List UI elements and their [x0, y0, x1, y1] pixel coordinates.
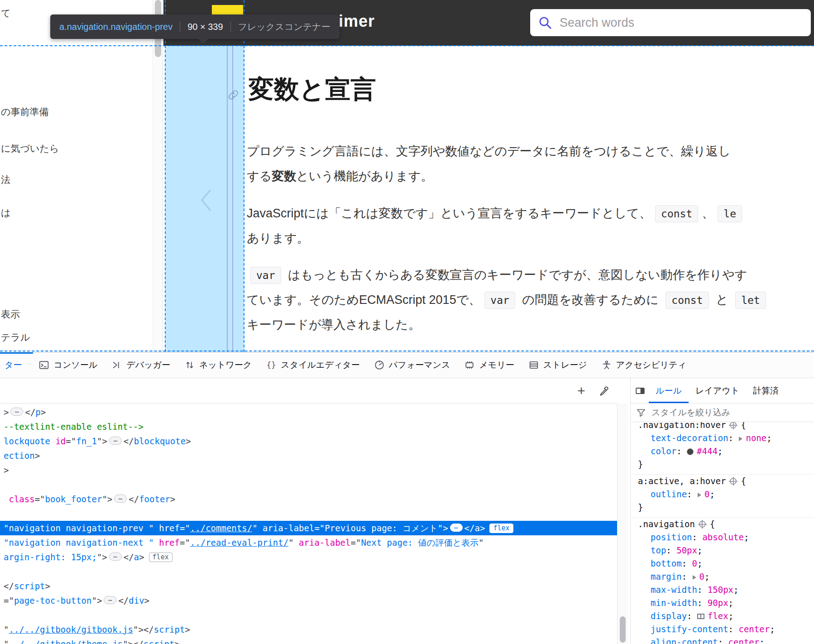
syntax-token: </: [144, 625, 154, 634]
property-value: 150px: [708, 585, 733, 595]
markup-line[interactable]: class="book_footer"></footer>: [0, 492, 617, 506]
css-rule: .navigation{position: absolute;top: 50px…: [631, 517, 814, 644]
anchor-link-icon[interactable]: [227, 89, 239, 101]
markup-line[interactable]: [0, 477, 617, 492]
css-declaration[interactable]: min-width: 90px;: [631, 596, 814, 610]
syntax-token: </: [129, 494, 139, 504]
css-declaration[interactable]: bottom: 0;: [631, 557, 814, 570]
markup-line[interactable]: ection>: [0, 448, 617, 463]
markup-line[interactable]: [0, 564, 617, 579]
markup-line[interactable]: ></p>: [0, 405, 617, 419]
scrollbar-thumb[interactable]: [620, 616, 626, 643]
css-declaration[interactable]: display: flex;: [631, 610, 814, 623]
active-tool-indicator: [0, 352, 33, 354]
tab-rules[interactable]: ルール: [649, 378, 689, 403]
sidebar-item[interactable]: は: [1, 207, 11, 219]
sidebar-item[interactable]: に気づいたら: [1, 143, 59, 154]
color-swatch[interactable]: [687, 448, 694, 455]
markup-line[interactable]: "navigation navigation-prev " href="../c…: [0, 521, 617, 535]
selector-highlighter-icon[interactable]: [730, 478, 737, 485]
markup-line[interactable]: [0, 506, 617, 521]
tool-tab-debugger[interactable]: デバッガー: [105, 352, 177, 378]
selector-highlighter-icon[interactable]: [730, 422, 737, 428]
syntax-token: </: [25, 407, 35, 417]
css-declaration[interactable]: text-decoration: none;: [631, 432, 814, 445]
property-value: #444: [697, 446, 718, 456]
expand-ellipsis-icon[interactable]: [109, 437, 122, 445]
inline-code: const: [666, 292, 709, 309]
rule-selector[interactable]: .navigation:hover{: [631, 422, 814, 432]
css-declaration[interactable]: justify-content: center;: [631, 623, 814, 636]
selector-highlighter-icon[interactable]: [699, 521, 706, 528]
add-node-button[interactable]: [571, 382, 592, 400]
flex-badge[interactable]: flex: [489, 524, 513, 533]
syntax-token: blockquote: [134, 436, 186, 446]
flex-highlighter-icon[interactable]: [697, 614, 704, 619]
markup-line[interactable]: --textlint-enable eslint-->: [0, 419, 617, 434]
inspector-guide-vertical: [165, 0, 166, 352]
markup-scrollbar[interactable]: [617, 404, 628, 644]
markup-line[interactable]: "navigation navigation-next " href="../r…: [0, 535, 617, 550]
prev-page-arrow-icon[interactable]: [199, 188, 213, 212]
tool-tab-memory[interactable]: メモリー: [457, 352, 521, 378]
tool-tab-accessibility[interactable]: アクセシビリティ: [594, 352, 694, 378]
style-filter-input[interactable]: スタイルを絞り込み: [631, 404, 814, 422]
sidebar-toggle-icon[interactable]: [635, 386, 645, 396]
rule-selector[interactable]: .navigation{: [631, 518, 814, 531]
css-declaration[interactable]: margin: 0;: [631, 570, 814, 583]
sidebar-item[interactable]: テラル: [1, 332, 30, 343]
computed-expander-icon[interactable]: [698, 493, 701, 497]
markup-line[interactable]: lockquote id="fn_1"></blockquote>: [0, 434, 617, 448]
sidebar-item[interactable]: 法: [1, 174, 10, 186]
markup-line[interactable]: "../../gitbook/theme.js"></script>: [0, 637, 617, 644]
tool-tab-storage[interactable]: ストレージ: [522, 352, 594, 378]
text-run: はもっとも古くからある変数宣言のキーワードですが、意図しない動作を作りやす: [285, 268, 747, 282]
markup-line[interactable]: argin-right: 15px;"></a>flex: [0, 550, 617, 564]
expand-ellipsis-icon[interactable]: [10, 408, 23, 416]
style-editor-icon: {}: [266, 360, 276, 370]
syntax-token: ">: [102, 494, 112, 504]
css-declaration[interactable]: position: absolute;: [631, 531, 814, 544]
expand-ellipsis-icon[interactable]: [450, 524, 463, 532]
flex-badge[interactable]: flex: [149, 553, 172, 562]
tab-computed[interactable]: 計算済: [746, 378, 785, 403]
inline-code: const: [655, 205, 698, 222]
css-declaration[interactable]: color: #444;: [631, 445, 814, 458]
sidebar-scrollbar[interactable]: [153, 0, 163, 352]
tab-layout[interactable]: レイアウト: [689, 378, 746, 403]
tool-tab-inspector[interactable]: ター: [2, 352, 32, 378]
computed-expander-icon[interactable]: [739, 437, 742, 441]
eyedropper-button[interactable]: [594, 382, 614, 400]
markup-line[interactable]: [0, 608, 617, 622]
expand-ellipsis-icon[interactable]: [109, 553, 122, 561]
rule-selector[interactable]: a:active, a:hover{: [631, 475, 814, 488]
css-declaration[interactable]: outline: 0;: [631, 488, 814, 501]
sidebar-item[interactable]: 表示: [1, 308, 20, 320]
semicolon: ;: [766, 433, 771, 443]
markup-line[interactable]: </script>: [0, 579, 617, 593]
text-run: する: [247, 169, 272, 183]
markup-line[interactable]: "../../gitbook/gitbook.js"></script>: [0, 622, 617, 637]
expand-ellipsis-icon[interactable]: [114, 495, 127, 503]
syntax-token: ": [288, 538, 293, 548]
css-declaration[interactable]: max-width: 150px;: [631, 583, 814, 596]
expand-ellipsis-icon[interactable]: [104, 596, 116, 604]
sidebar-item[interactable]: て: [1, 7, 11, 19]
markup-line[interactable]: ="page-toc-button"></div>: [0, 593, 617, 608]
tool-tab-network[interactable]: ネットワーク: [177, 352, 259, 378]
css-declaration[interactable]: align-content: center;: [631, 636, 814, 644]
network-icon: [185, 360, 195, 370]
colon: :: [687, 611, 697, 621]
tool-tab-style-editor[interactable]: {}スタイルエディター: [259, 352, 367, 378]
property-value: center: [738, 624, 770, 634]
syntax-token: ">: [438, 523, 448, 533]
sidebar-item[interactable]: の事前準備: [1, 106, 49, 118]
tool-tab-console[interactable]: コンソール: [32, 352, 105, 378]
tool-tab-performance[interactable]: パフォーマンス: [367, 352, 458, 378]
markup-line[interactable]: >: [0, 463, 617, 477]
property-value: none: [746, 433, 766, 443]
css-declaration[interactable]: top: 50px;: [631, 544, 814, 557]
infobar-divider: [180, 21, 180, 32]
computed-expander-icon[interactable]: [693, 575, 696, 580]
open-brace: {: [741, 422, 746, 432]
